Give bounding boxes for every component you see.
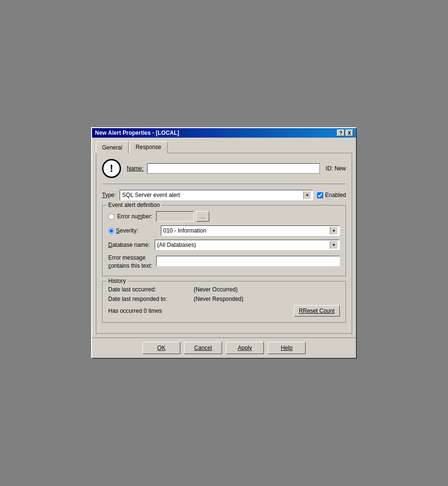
help-button[interactable]: ? bbox=[337, 130, 345, 136]
type-label: Type: bbox=[102, 192, 116, 198]
apply-button[interactable]: Apply bbox=[226, 342, 264, 354]
error-number-row: Error number: ... bbox=[108, 211, 340, 222]
type-select[interactable]: SQL Server event alert ▼ bbox=[120, 190, 313, 200]
id-label: ID: New bbox=[326, 165, 346, 172]
name-label: Name: bbox=[127, 165, 143, 172]
tab-response[interactable]: Response bbox=[130, 141, 168, 153]
name-input[interactable] bbox=[147, 163, 320, 174]
date-last-responded-value: (Never Responded) bbox=[194, 296, 243, 302]
db-name-label: Database name: bbox=[108, 242, 151, 248]
type-select-arrow: ▼ bbox=[303, 191, 311, 199]
reset-count-button[interactable]: RReset Count bbox=[294, 305, 340, 317]
name-row: ! Name: ID: New bbox=[102, 159, 346, 184]
dialog-window: New Alert Properties - [LOCAL] ? X Gener… bbox=[91, 127, 357, 359]
date-last-occurred-label: Date last occurred: bbox=[108, 286, 194, 293]
type-row: Type: SQL Server event alert ▼ Enabled bbox=[102, 190, 346, 200]
history-bottom-row: Has occurred 0 times RReset Count bbox=[108, 305, 340, 317]
severity-select-arrow: ▼ bbox=[330, 227, 337, 234]
history-group: History Date last occurred: (Never Occur… bbox=[102, 281, 346, 323]
severity-select-value: 010 - Information bbox=[163, 227, 206, 234]
severity-radio[interactable] bbox=[108, 228, 114, 234]
cancel-button[interactable]: Cancel bbox=[184, 342, 222, 354]
dots-button[interactable]: ... bbox=[196, 211, 209, 222]
close-button[interactable]: X bbox=[345, 130, 353, 136]
history-title: History bbox=[106, 278, 128, 284]
date-last-occurred-value: (Never Occurred) bbox=[194, 286, 238, 293]
event-group-title: Event alert definition bbox=[106, 202, 162, 208]
type-select-value: SQL Server event alert bbox=[122, 192, 180, 198]
date-last-responded-label: Date last responded to: bbox=[108, 296, 194, 302]
severity-label: Severity: bbox=[114, 227, 157, 234]
reset-count-label: Reset Count bbox=[303, 308, 335, 314]
alert-icon: ! bbox=[102, 159, 121, 178]
db-name-select[interactable]: (All Databases) ▼ bbox=[155, 240, 340, 250]
dialog-buttons: OK Cancel Apply Help bbox=[92, 337, 356, 358]
event-alert-group: Event alert definition Error number: ...… bbox=[102, 205, 346, 276]
dialog-content: General Response ! Name: ID: New Type: S… bbox=[92, 138, 356, 337]
cancel-label: Cancel bbox=[194, 345, 212, 351]
db-name-row: Database name: (All Databases) ▼ bbox=[108, 240, 340, 250]
db-name-select-arrow: ▼ bbox=[330, 241, 337, 249]
ok-button[interactable]: OK bbox=[142, 342, 180, 354]
error-number-label: Error number: bbox=[117, 213, 152, 220]
severity-select[interactable]: 010 - Information ▼ bbox=[161, 225, 340, 236]
error-number-input[interactable] bbox=[156, 211, 194, 222]
error-msg-row: Error messagecontains this text: bbox=[108, 254, 340, 270]
tab-general[interactable]: General bbox=[96, 141, 129, 153]
error-msg-input[interactable] bbox=[156, 256, 340, 266]
date-last-occurred-row: Date last occurred: (Never Occurred) bbox=[108, 286, 340, 293]
tab-content-general: ! Name: ID: New Type: SQL Server event a… bbox=[96, 153, 352, 334]
title-bar: New Alert Properties - [LOCAL] ? X bbox=[92, 128, 356, 138]
date-last-responded-row: Date last responded to: (Never Responded… bbox=[108, 296, 340, 302]
tabs: General Response bbox=[96, 141, 352, 153]
window-title: New Alert Properties - [LOCAL] bbox=[95, 130, 179, 136]
title-bar-buttons: ? X bbox=[337, 130, 353, 136]
db-name-select-value: (All Databases) bbox=[157, 242, 196, 248]
severity-row: Severity: 010 - Information ▼ bbox=[108, 225, 340, 236]
enabled-checkbox-row: Enabled bbox=[317, 192, 346, 198]
enabled-label[interactable]: Enabled bbox=[325, 192, 346, 198]
error-msg-label: Error messagecontains this text: bbox=[108, 254, 152, 270]
enabled-checkbox[interactable] bbox=[317, 192, 323, 198]
error-number-radio[interactable] bbox=[108, 214, 114, 220]
has-occurred-label: Has occurred 0 times bbox=[108, 308, 162, 314]
help-dialog-button[interactable]: Help bbox=[268, 342, 306, 354]
help-label: Help bbox=[281, 345, 293, 351]
